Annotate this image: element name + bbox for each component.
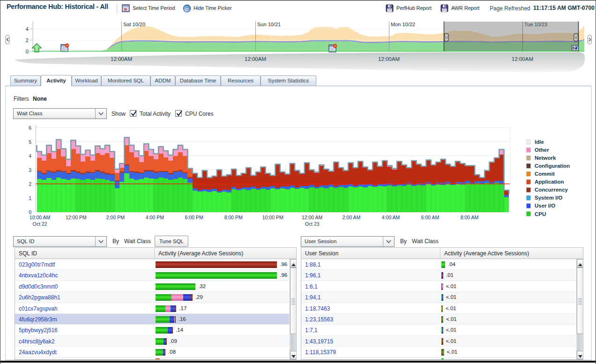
svg-text:User I/O: User I/O (535, 203, 555, 208)
svg-text:1: 1 (29, 195, 31, 201)
svg-text:CPU: CPU (535, 211, 546, 217)
svg-text:Configuration: Configuration (535, 163, 570, 169)
svg-text:10:00 PM: 10:00 PM (262, 215, 283, 220)
svg-text:12:00AM: 12:00AM (512, 56, 533, 62)
svg-text:12:00 PM: 12:00 PM (66, 215, 87, 220)
svg-text:6: 6 (29, 125, 31, 131)
svg-text:Sun 10/21: Sun 10/21 (257, 22, 281, 27)
svg-text:Other: Other (535, 147, 549, 153)
svg-text:Commit: Commit (535, 171, 555, 177)
svg-text:Application: Application (535, 179, 564, 185)
svg-text:6:00 PM: 6:00 PM (185, 215, 203, 220)
svg-text:6:00 AM: 6:00 AM (421, 215, 440, 220)
svg-text:0: 0 (26, 49, 29, 54)
svg-text:Mon 10/22: Mon 10/22 (391, 22, 415, 27)
svg-text:4:00 AM: 4:00 AM (382, 215, 400, 220)
svg-text:3: 3 (29, 167, 31, 173)
svg-text:5: 5 (29, 139, 31, 145)
svg-text:8:00 PM: 8:00 PM (224, 215, 243, 220)
svg-text:12:00 AM: 12:00 AM (302, 215, 322, 220)
svg-text:12:00AM: 12:00AM (245, 56, 266, 62)
svg-text:4: 4 (29, 153, 31, 159)
svg-text:2:00 PM: 2:00 PM (106, 215, 125, 220)
svg-text:System I/O: System I/O (535, 195, 562, 201)
svg-text:0: 0 (29, 209, 31, 215)
svg-text:8:00 AM: 8:00 AM (461, 215, 479, 220)
svg-text:12:00AM: 12:00AM (378, 56, 400, 62)
svg-text:12:00AM: 12:00AM (111, 56, 132, 62)
svg-text:Oct 22: Oct 22 (33, 221, 47, 227)
svg-text:Idle: Idle (535, 139, 544, 145)
svg-text:10:00 AM: 10:00 AM (30, 215, 50, 220)
svg-text:4:00 PM: 4:00 PM (146, 215, 164, 220)
svg-text:Oct 23: Oct 23 (305, 221, 320, 227)
svg-text:2:00 AM: 2:00 AM (343, 215, 361, 220)
svg-text:Network: Network (535, 155, 556, 161)
svg-text:2: 2 (29, 181, 31, 187)
svg-text:Concurrency: Concurrency (535, 187, 568, 193)
svg-text:Sat 10/20: Sat 10/20 (123, 22, 145, 27)
svg-text:4: 4 (26, 26, 29, 32)
svg-text:2: 2 (26, 37, 29, 43)
